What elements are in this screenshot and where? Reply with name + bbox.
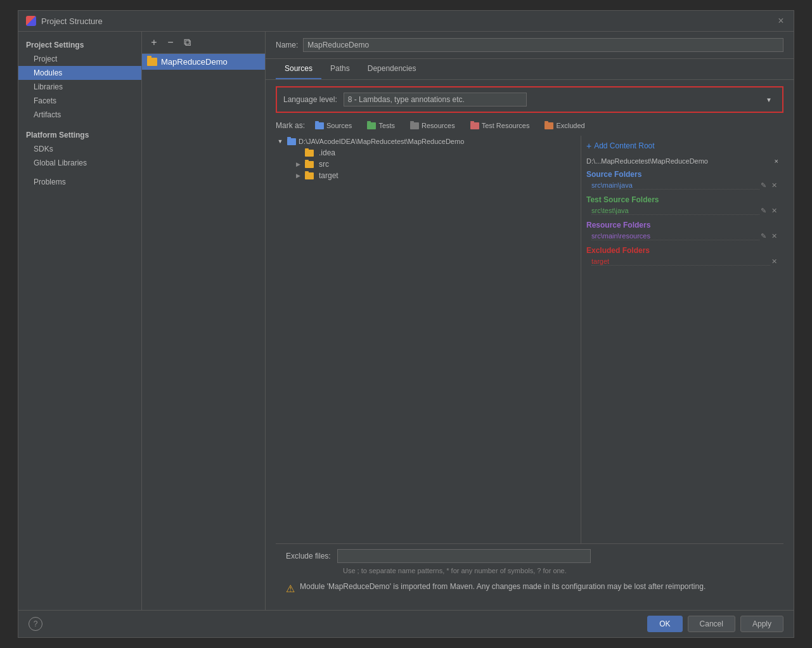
src-arrow: ▶ (293, 160, 302, 169)
resource-folder-entry: src\main\resources ✎ ✕ (586, 231, 778, 241)
module-toolbar: + − ⧉ (142, 32, 265, 54)
source-folders-category: Source Folders src\main\java ✎ ✕ (586, 170, 778, 190)
sidebar: Project Settings Project Modules Librari… (18, 32, 142, 610)
sidebar-item-libraries[interactable]: Libraries (18, 80, 141, 94)
resource-folder-edit[interactable]: ✎ (759, 232, 768, 240)
mark-as-row: Mark as: Sources Tests Resources (276, 120, 783, 131)
warning-icon: ⚠ (286, 583, 295, 595)
sidebar-item-problems[interactable]: Problems (18, 175, 141, 189)
sidebar-item-facets[interactable]: Facets (18, 94, 141, 108)
ok-button[interactable]: OK (647, 616, 682, 632)
excluded-folder-entry: target ✕ (586, 257, 778, 266)
tree-item-idea[interactable]: ▶ .idea (276, 147, 581, 159)
source-folder-actions: ✎ ✕ (759, 181, 778, 190)
test-source-folder-delete[interactable]: ✕ (770, 207, 778, 215)
test-source-folder-actions: ✎ ✕ (759, 207, 778, 215)
test-source-folder-edit[interactable]: ✎ (759, 207, 768, 215)
content-root-close[interactable]: × (775, 157, 778, 165)
exclude-files-row: Exclude files: (286, 549, 773, 563)
mark-as-test-resources-button[interactable]: Test Resources (465, 120, 535, 131)
title-bar: Project Structure × (18, 11, 794, 32)
tree-root-path: D:\JAVAcodeIDEA\MapReducetest\MapReduceD… (299, 138, 464, 145)
mark-as-resources-button[interactable]: Resources (405, 120, 460, 131)
bottom-section: Exclude files: Use ; to separate name pa… (276, 543, 783, 604)
language-level-select[interactable]: 8 - Lambdas, type annotations etc. 3 - E… (344, 93, 527, 107)
details-panel: + Add Content Root D:\...MapReducetest\M… (581, 136, 783, 543)
tab-sources[interactable]: Sources (276, 59, 321, 79)
resource-folder-delete[interactable]: ✕ (770, 232, 778, 240)
add-content-root-button[interactable]: + Add Content Root (586, 141, 778, 151)
tab-dependencies[interactable]: Dependencies (359, 59, 425, 79)
tree-src-label: src (319, 160, 329, 169)
module-folder-icon (147, 58, 157, 66)
maven-warning: ⚠ Module 'MapReduceDemo' is imported fro… (286, 578, 773, 599)
language-level-label: Language level: (283, 95, 337, 104)
test-resources-folder-icon (470, 122, 479, 129)
resource-folder-actions: ✎ ✕ (759, 232, 778, 240)
title-bar-left: Project Structure (26, 16, 103, 26)
dialog-footer: ? OK Cancel Apply (18, 610, 794, 637)
test-source-folder-entry: src\test\java ✎ ✕ (586, 206, 778, 216)
sidebar-item-sdks[interactable]: SDKs (18, 142, 141, 156)
mark-as-excluded-button[interactable]: Excluded (539, 120, 590, 131)
sources-content: Language level: 8 - Lambdas, type annota… (266, 80, 794, 610)
app-icon (26, 16, 36, 26)
tree-item-target[interactable]: ▶ target (276, 170, 581, 181)
project-structure-dialog: Project Structure × Project Settings Pro… (18, 10, 794, 638)
excluded-folder-actions: ✕ (770, 257, 778, 266)
tree-target-label: target (319, 171, 338, 180)
add-content-root-label: Add Content Root (594, 141, 654, 150)
excluded-folders-title: Excluded Folders (586, 246, 778, 255)
excluded-folder-path: target (591, 257, 770, 266)
dialog-content: Project Settings Project Modules Librari… (18, 32, 794, 610)
main-area: + − ⧉ MapReduceDemo Name: Sources (142, 32, 794, 610)
resources-folder-icon (410, 122, 419, 129)
add-icon: + (586, 141, 591, 151)
excluded-folders-category: Excluded Folders target ✕ (586, 246, 778, 266)
target-folder-icon (305, 172, 314, 179)
exclude-files-input[interactable] (337, 549, 591, 563)
source-folder-edit[interactable]: ✎ (759, 181, 768, 190)
mark-as-tests-button[interactable]: Tests (362, 120, 400, 131)
copy-module-button[interactable]: ⧉ (180, 36, 194, 49)
add-module-button[interactable]: + (147, 36, 161, 49)
warning-text: Module 'MapReduceDemo' is imported from … (300, 582, 706, 591)
apply-button[interactable]: Apply (740, 616, 783, 632)
help-button[interactable]: ? (29, 617, 42, 631)
excluded-folder-delete[interactable]: ✕ (770, 257, 778, 266)
sidebar-item-modules[interactable]: Modules (18, 66, 141, 80)
cancel-button[interactable]: Cancel (688, 616, 735, 632)
mark-as-label: Mark as: (276, 121, 305, 130)
platform-settings-section: Platform Settings (18, 127, 141, 142)
tree-item-root[interactable]: ▼ D:\JAVAcodeIDEA\MapReducetest\MapReduc… (276, 136, 581, 147)
exclude-files-label: Exclude files: (286, 552, 331, 561)
tab-paths[interactable]: Paths (321, 59, 359, 79)
sidebar-item-artifacts[interactable]: Artifacts (18, 108, 141, 122)
test-source-folders-title: Test Source Folders (586, 195, 778, 204)
mark-as-sources-button[interactable]: Sources (310, 120, 357, 131)
remove-module-button[interactable]: − (164, 36, 177, 49)
project-settings-section: Project Settings (18, 37, 141, 52)
test-source-folder-path: src\test\java (591, 207, 759, 215)
close-button[interactable]: × (776, 16, 786, 26)
language-level-row: Language level: 8 - Lambdas, type annota… (276, 86, 783, 113)
idea-folder-icon (305, 150, 314, 157)
excluded-folder-icon (545, 122, 553, 129)
source-folder-delete[interactable]: ✕ (770, 181, 778, 190)
tests-folder-icon (367, 122, 376, 129)
tree-item-src[interactable]: ▶ src (276, 159, 581, 170)
module-list-area: + − ⧉ MapReduceDemo (142, 32, 266, 610)
dialog-title: Project Structure (41, 16, 103, 26)
resource-folder-path: src\main\resources (591, 232, 759, 240)
idea-arrow: ▶ (293, 148, 302, 157)
module-name: MapReduceDemo (161, 57, 228, 67)
tree-expand-arrow: ▼ (276, 137, 285, 146)
module-item[interactable]: MapReduceDemo (142, 54, 265, 70)
sources-folder-icon (315, 122, 324, 129)
sidebar-item-global-libraries[interactable]: Global Libraries (18, 156, 141, 170)
name-input[interactable] (303, 38, 783, 52)
language-level-select-wrapper: 8 - Lambdas, type annotations etc. 3 - E… (344, 93, 776, 107)
src-folder-icon (305, 161, 314, 168)
sidebar-item-project[interactable]: Project (18, 52, 141, 66)
content-root-path-text: D:\...MapReducetest\MapReduceDemo (586, 157, 708, 165)
